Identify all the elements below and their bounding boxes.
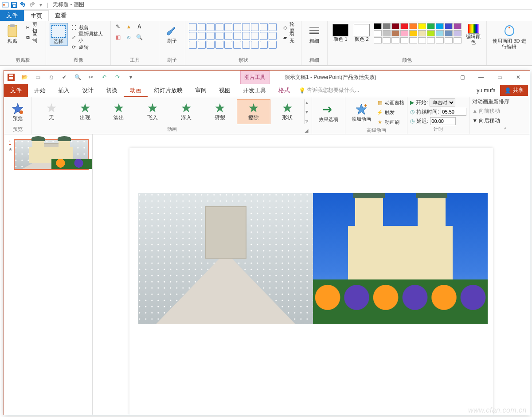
color-swatch[interactable] bbox=[418, 30, 426, 36]
undo-icon[interactable]: ↶ bbox=[100, 73, 109, 82]
size-button[interactable]: 粗细 bbox=[305, 23, 324, 45]
slide-canvas[interactable] bbox=[93, 134, 530, 415]
move-earlier-button[interactable]: ▲向前移动 bbox=[472, 106, 500, 115]
effect-options-button[interactable]: 效果选项 bbox=[315, 102, 342, 123]
color-swatch[interactable] bbox=[454, 30, 462, 36]
tell-me-box[interactable]: 💡 告诉我您想要做什么... bbox=[299, 84, 359, 97]
pp-tab-format[interactable]: 格式 bbox=[272, 84, 296, 97]
pp-tab-view[interactable]: 视图 bbox=[213, 84, 237, 97]
share-button[interactable]: 👤共享 bbox=[500, 85, 528, 96]
animation-pane-button[interactable]: ▦动画窗格 bbox=[376, 98, 404, 107]
pp-tab-review[interactable]: 审阅 bbox=[189, 84, 213, 97]
animation-浮入[interactable]: 浮入 bbox=[169, 99, 203, 124]
animation-飞入[interactable]: 飞入 bbox=[136, 99, 169, 124]
color1-button[interactable]: 颜色 1 bbox=[331, 23, 350, 43]
cut-icon[interactable]: ✂ bbox=[86, 73, 95, 82]
pp-tab-animations[interactable]: 动画 bbox=[124, 84, 148, 97]
gallery-up-icon[interactable]: ▴ bbox=[305, 99, 308, 106]
paint-tab-view[interactable]: 查看 bbox=[49, 10, 73, 21]
color-swatch[interactable] bbox=[427, 23, 435, 29]
bucket-icon[interactable]: ▲ bbox=[125, 23, 132, 30]
paint-tab-home[interactable]: 主页 bbox=[24, 10, 49, 21]
trigger-button[interactable]: ⚡触发 bbox=[376, 108, 404, 117]
color-swatch[interactable] bbox=[418, 37, 426, 43]
pp-tab-design[interactable]: 设计 bbox=[76, 84, 100, 97]
user-name[interactable]: yu mufa bbox=[477, 87, 496, 94]
pencil-icon[interactable]: ✎ bbox=[114, 23, 121, 30]
color-swatch[interactable] bbox=[454, 23, 462, 29]
qat-customize-icon[interactable]: ▾ bbox=[37, 1, 44, 8]
color-swatch[interactable] bbox=[400, 23, 408, 29]
animation-无[interactable]: 无 bbox=[35, 99, 68, 124]
pp-tab-insert[interactable]: 插入 bbox=[52, 84, 76, 97]
copy-button[interactable]: ⧉复制 bbox=[24, 33, 42, 42]
new-icon[interactable]: ▭ bbox=[33, 73, 42, 82]
paste-button[interactable]: 粘贴 bbox=[4, 23, 22, 45]
color-swatch[interactable] bbox=[409, 37, 417, 43]
color-swatch[interactable] bbox=[445, 23, 453, 29]
color2-button[interactable]: 颜色 2 bbox=[352, 23, 371, 43]
move-later-button[interactable]: ▼向后移动 bbox=[472, 116, 500, 125]
slide[interactable] bbox=[129, 148, 493, 415]
color-swatch[interactable] bbox=[445, 37, 453, 43]
preview-button[interactable]: 预览 bbox=[7, 101, 29, 122]
color-swatch[interactable] bbox=[418, 23, 426, 29]
shape-gallery[interactable] bbox=[189, 23, 277, 49]
animation-形状[interactable]: 形状 bbox=[270, 99, 304, 124]
brush-button[interactable]: 刷子 bbox=[163, 23, 181, 45]
color-swatch[interactable] bbox=[374, 30, 382, 36]
color-swatch[interactable] bbox=[400, 30, 408, 36]
color-swatch[interactable] bbox=[383, 37, 391, 43]
paint3d-button[interactable]: 使用画图 3D 进行编辑 bbox=[490, 23, 528, 51]
save-icon[interactable] bbox=[7, 73, 16, 82]
color-swatch[interactable] bbox=[383, 23, 391, 29]
pp-tab-file[interactable]: 文件 bbox=[4, 84, 28, 97]
eraser-icon[interactable]: ◧ bbox=[114, 34, 121, 41]
color-swatch[interactable] bbox=[374, 37, 382, 43]
qat-more-icon[interactable]: ▾ bbox=[126, 73, 135, 82]
ribbon-options-icon[interactable]: ▢ bbox=[454, 72, 471, 83]
picker-icon[interactable]: ⎋ bbox=[125, 34, 132, 41]
color-swatch[interactable] bbox=[409, 23, 417, 29]
color-swatch[interactable] bbox=[436, 37, 444, 43]
color-swatch[interactable] bbox=[391, 37, 399, 43]
color-swatch[interactable] bbox=[383, 30, 391, 36]
minimize-icon[interactable]: — bbox=[472, 72, 490, 83]
animation-淡出[interactable]: 淡出 bbox=[102, 99, 136, 124]
text-icon[interactable]: A bbox=[136, 23, 143, 30]
color-swatch[interactable] bbox=[427, 37, 435, 43]
color-swatch[interactable] bbox=[400, 37, 408, 43]
animation-painter-button[interactable]: ★动画刷 bbox=[376, 118, 404, 126]
edit-colors-button[interactable]: 编辑颜色 bbox=[464, 23, 483, 46]
duration-input[interactable] bbox=[441, 108, 466, 116]
animation-劈裂[interactable]: 劈裂 bbox=[203, 99, 237, 124]
open-icon[interactable]: 📂 bbox=[20, 73, 29, 82]
slide-picture[interactable] bbox=[138, 193, 488, 324]
collapse-ribbon-icon[interactable]: ＾ bbox=[503, 126, 508, 132]
gallery-down-icon[interactable]: ▾ bbox=[305, 109, 308, 115]
thumbnail-pane[interactable]: 1 ★ bbox=[4, 134, 93, 415]
redo-icon[interactable] bbox=[28, 1, 35, 8]
select-button[interactable]: 选择 bbox=[50, 23, 68, 46]
color-swatch[interactable] bbox=[391, 23, 399, 29]
shape-fill-button[interactable]: ▰填充 bbox=[282, 33, 297, 42]
add-animation-button[interactable]: + 添加动画 bbox=[348, 101, 375, 123]
save-icon[interactable] bbox=[11, 1, 18, 8]
color-swatch[interactable] bbox=[391, 30, 399, 36]
redo-icon[interactable]: ↷ bbox=[113, 73, 122, 82]
color-swatch[interactable] bbox=[427, 30, 435, 36]
color-swatch[interactable] bbox=[409, 30, 417, 36]
delay-input[interactable] bbox=[430, 117, 456, 125]
spellcheck-icon[interactable]: ✔ bbox=[60, 73, 69, 82]
pp-tab-home[interactable]: 开始 bbox=[28, 84, 52, 97]
animation-出现[interactable]: 出现 bbox=[68, 99, 102, 124]
close-icon[interactable]: ✕ bbox=[509, 72, 527, 83]
find-icon[interactable]: 🔍 bbox=[73, 73, 82, 82]
maximize-icon[interactable]: ▭ bbox=[491, 72, 509, 83]
pp-tab-developer[interactable]: 开发工具 bbox=[237, 84, 272, 97]
animation-擦除[interactable]: 擦除 bbox=[237, 99, 270, 124]
color-swatch[interactable] bbox=[454, 37, 462, 43]
color-swatch[interactable] bbox=[436, 30, 444, 36]
resize-button[interactable]: ⤢重新调整大小 bbox=[70, 33, 107, 42]
magnifier-icon[interactable]: 🔍 bbox=[136, 34, 143, 41]
